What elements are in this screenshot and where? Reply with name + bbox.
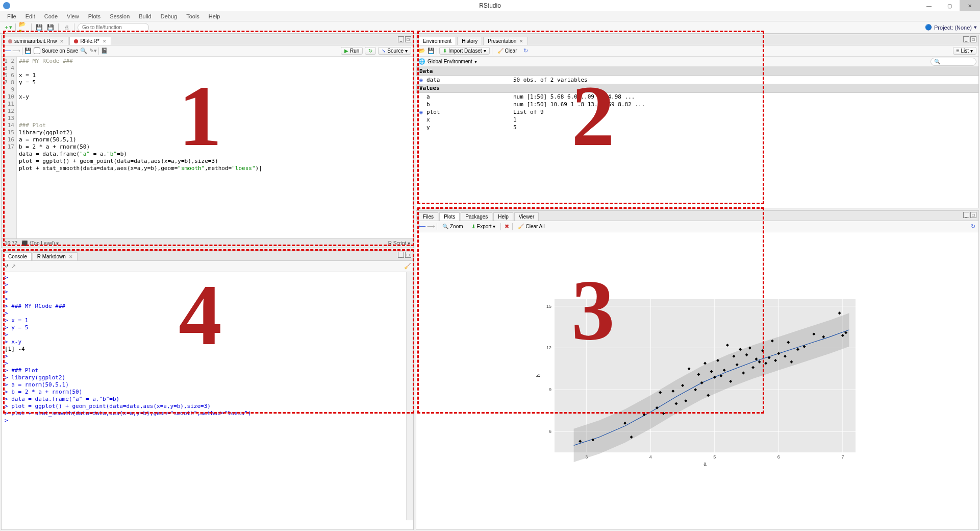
notebook-icon[interactable]: 📓 <box>101 47 108 55</box>
menu-view[interactable]: View <box>63 12 83 20</box>
menu-code[interactable]: Code <box>40 12 62 20</box>
console-tabs: ConsoleR Markdown✕ <box>2 251 413 261</box>
menu-plots[interactable]: Plots <box>84 12 105 20</box>
menu-tools[interactable]: Tools <box>182 12 204 20</box>
forward-icon[interactable]: ⟶ <box>13 47 20 55</box>
env-row[interactable]: ◉data50 obs. of 2 variables <box>416 76 978 84</box>
plot-next-icon[interactable]: ⟶ <box>428 223 435 230</box>
refresh-env-icon[interactable]: ↻ <box>522 47 530 55</box>
wand-icon[interactable]: ✎▾ <box>89 47 96 55</box>
plots-pane: _□ FilesPlotsPackagesHelpViewer ⟵ ⟶ 🔍Zoo… <box>416 210 979 530</box>
plot-prev-icon[interactable]: ⟵ <box>418 223 425 230</box>
editor-toolbar: ⟵ ⟶ 💾 Source on Save 🔍 ✎▾ 📓 ▶Run ↻ ➘Sour… <box>2 45 413 57</box>
menu-file[interactable]: File <box>3 12 20 20</box>
pane-minimize-icon[interactable]: _ <box>963 36 969 42</box>
menu-edit[interactable]: Edit <box>21 12 39 20</box>
minimize-button[interactable]: — <box>919 0 939 11</box>
language-dropdown-icon[interactable]: ▾ <box>408 240 410 246</box>
env-tab[interactable]: History <box>457 37 482 45</box>
clear-env-button[interactable]: 🧹Clear <box>494 47 520 54</box>
console-tab[interactable]: Console <box>4 252 32 260</box>
close-button[interactable]: ✕ <box>960 0 980 11</box>
plots-toolbar: ⟵ ⟶ 🔍Zoom ⬇Export▾ ✖ 🧹Clear All ↻ <box>416 221 978 232</box>
console-tab[interactable]: R Markdown✕ <box>33 252 78 260</box>
svg-text:5: 5 <box>713 454 716 460</box>
global-env-icon: 🌐 <box>418 58 425 65</box>
run-button[interactable]: ▶Run <box>341 47 363 55</box>
save-icon[interactable]: 💾 <box>35 23 44 32</box>
editor-tab[interactable]: seminararbeit.Rnw✕ <box>4 37 68 45</box>
env-tab[interactable]: Presentation✕ <box>483 37 528 45</box>
editor-tabs: seminararbeit.Rnw✕RFile.R*✕ <box>2 35 413 45</box>
scope-label[interactable]: (Top Level) <box>30 240 55 246</box>
clear-all-button[interactable]: 🧹Clear All <box>515 223 547 230</box>
goto-file-input[interactable] <box>78 23 149 32</box>
env-row[interactable]: ◉plotList of 9 <box>416 108 978 116</box>
plots-tab[interactable]: Help <box>493 212 513 221</box>
remove-plot-icon[interactable]: ✖ <box>503 223 510 230</box>
open-folder-icon[interactable]: 📂▾ <box>19 23 28 32</box>
svg-text:6: 6 <box>549 429 551 434</box>
source-button[interactable]: ➘Source▾ <box>378 47 411 55</box>
pane-minimize-icon[interactable]: _ <box>398 252 404 258</box>
console-clear-icon[interactable]: 🧹 <box>404 263 411 270</box>
menubar: FileEditCodeViewPlotsSessionBuildDebugTo… <box>0 11 980 21</box>
app-title: RStudio <box>479 2 501 9</box>
plots-tab[interactable]: Packages <box>461 212 492 221</box>
save-all-icon[interactable]: 💾 <box>46 23 55 32</box>
console-scrollbar[interactable] <box>406 272 413 520</box>
pane-maximize-icon[interactable]: □ <box>405 36 411 42</box>
env-row[interactable]: anum [1:50] 5.68 6.0 ..09 5. 4.98 ... <box>416 93 978 101</box>
pane-maximize-icon[interactable]: □ <box>970 36 976 42</box>
project-label[interactable]: Project: (None) <box>934 25 972 31</box>
menu-build[interactable]: Build <box>135 12 155 20</box>
rerun-button[interactable]: ↻ <box>365 47 376 55</box>
plots-refresh-icon[interactable]: ↻ <box>969 223 976 230</box>
export-button[interactable]: ⬇Export▾ <box>468 223 499 230</box>
plot-canvas: 34567691215ab <box>416 232 978 529</box>
list-view-button[interactable]: ≡List▾ <box>953 47 976 55</box>
source-on-save-label: Source on Save <box>42 48 78 54</box>
env-tabs: EnvironmentHistoryPresentation✕ <box>416 35 978 45</box>
env-scope-label[interactable]: Global Environment <box>428 59 472 64</box>
env-row[interactable]: y5 <box>416 124 978 131</box>
plots-tab[interactable]: Plots <box>439 212 460 221</box>
back-icon[interactable]: ⟵ <box>4 47 11 55</box>
env-row[interactable]: bnum [1:50] 10.69 1 .8 13.28 69 8.82 ... <box>416 101 978 108</box>
env-search-input[interactable] <box>931 58 976 66</box>
save-workspace-icon[interactable]: 💾 <box>428 47 435 55</box>
pane-minimize-icon[interactable]: _ <box>963 212 969 218</box>
pane-minimize-icon[interactable]: _ <box>398 36 404 42</box>
pane-maximize-icon[interactable]: □ <box>970 212 976 218</box>
plots-tabs: FilesPlotsPackagesHelpViewer <box>416 211 978 221</box>
console-popout-icon[interactable]: ↗ <box>10 263 17 270</box>
print-icon[interactable]: 🖨 <box>62 23 71 32</box>
source-on-save-checkbox[interactable] <box>34 47 40 54</box>
zoom-button[interactable]: 🔍Zoom <box>439 223 466 230</box>
language-label[interactable]: R Script <box>388 240 407 246</box>
plots-tab[interactable]: Files <box>418 212 438 221</box>
project-icon: 🔵 <box>925 24 932 31</box>
import-dataset-button[interactable]: ⬇Import Dataset▾ <box>439 47 490 55</box>
env-tab[interactable]: Environment <box>418 37 456 45</box>
env-row[interactable]: x1 <box>416 116 978 124</box>
scope-dropdown-icon[interactable]: ▾ <box>56 240 59 246</box>
load-workspace-icon[interactable]: 📂 <box>418 47 425 55</box>
menu-debug[interactable]: Debug <box>157 12 181 20</box>
svg-text:15: 15 <box>546 304 551 309</box>
plots-tab[interactable]: Viewer <box>514 212 539 221</box>
new-file-icon[interactable]: ＋▾ <box>3 23 12 32</box>
console-output[interactable]: >>>>> ### MY RCode ###>> x = 1> y = 5>> … <box>2 272 413 529</box>
save-file-icon[interactable]: 💾 <box>24 47 32 55</box>
menu-help[interactable]: Help <box>205 12 224 20</box>
env-scope-dropdown-icon[interactable]: ▾ <box>474 59 477 64</box>
code-editor[interactable]: 1 2 3 4 5 6 7 8 9 10 11 12 13 14 15 16 1… <box>2 57 413 238</box>
console-path: ~/ <box>4 263 8 269</box>
pane-maximize-icon[interactable]: □ <box>405 252 411 258</box>
editor-tab[interactable]: RFile.R*✕ <box>69 37 111 45</box>
maximize-button[interactable]: ▢ <box>939 0 960 11</box>
menu-session[interactable]: Session <box>106 12 134 20</box>
project-dropdown-icon[interactable]: ▾ <box>974 24 977 31</box>
scope-indicator-icon: ⬛ <box>21 240 28 246</box>
find-icon[interactable]: 🔍 <box>80 47 87 55</box>
